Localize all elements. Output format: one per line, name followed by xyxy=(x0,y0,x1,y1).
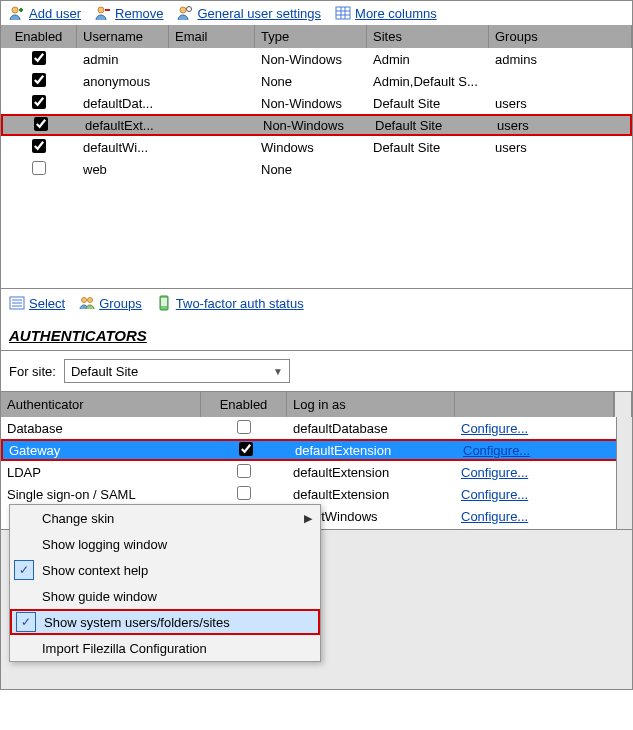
twofa-button[interactable]: Two-factor auth status xyxy=(156,295,304,311)
svg-point-14 xyxy=(88,298,93,303)
table-row[interactable]: defaultExt...Non-WindowsDefault Siteuser… xyxy=(1,114,632,136)
check-icon: ✓ xyxy=(16,612,36,632)
auth-enabled-checkbox[interactable] xyxy=(237,420,251,434)
remove-button[interactable]: Remove xyxy=(95,5,163,21)
svg-point-2 xyxy=(180,7,186,13)
users-group-icon xyxy=(79,295,95,311)
table-row[interactable]: webNone xyxy=(1,158,632,180)
table-row[interactable]: defaultWi...WindowsDefault Siteusers xyxy=(1,136,632,158)
scrollbar[interactable] xyxy=(616,417,632,529)
cell-username: web xyxy=(77,160,169,179)
for-site-select[interactable]: Default Site ▼ xyxy=(64,359,290,383)
svg-point-3 xyxy=(187,7,192,12)
chevron-down-icon: ▼ xyxy=(273,366,283,377)
acol-configure xyxy=(455,392,614,417)
cell-email xyxy=(169,145,255,149)
select-button[interactable]: Select xyxy=(9,295,65,311)
more-columns-button[interactable]: More columns xyxy=(335,5,437,21)
svg-rect-16 xyxy=(161,298,167,306)
menu-item[interactable]: ✓Show system users/folders/sites xyxy=(10,609,320,635)
table-row[interactable]: adminNon-WindowsAdminadmins xyxy=(1,48,632,70)
cell-login-as: defaultDatabase xyxy=(287,419,455,438)
col-email[interactable]: Email xyxy=(169,25,255,48)
user-gear-icon xyxy=(177,5,193,21)
columns-icon xyxy=(335,5,351,21)
table-row[interactable]: LDAPdefaultExtensionConfigure... xyxy=(1,461,632,483)
cell-auth-name: Single sign-on / SAML xyxy=(1,485,201,504)
menu-item[interactable]: Change skin▶ xyxy=(10,505,320,531)
table-row[interactable]: anonymousNoneAdmin,Default S... xyxy=(1,70,632,92)
for-site-label: For site: xyxy=(9,364,56,379)
check-icon xyxy=(14,586,34,606)
top-toolbar: Add user Remove General user settings Mo… xyxy=(1,1,632,25)
enabled-checkbox[interactable] xyxy=(32,139,46,153)
acol-authenticator[interactable]: Authenticator xyxy=(1,392,201,417)
enabled-checkbox[interactable] xyxy=(34,117,48,131)
configure-link[interactable]: Configure... xyxy=(461,465,528,480)
menu-item-label: Show system users/folders/sites xyxy=(44,615,230,630)
col-username[interactable]: Username xyxy=(77,25,169,48)
configure-link[interactable]: Configure... xyxy=(461,421,528,436)
cell-groups: admins xyxy=(489,50,632,69)
menu-item[interactable]: ✓Show context help xyxy=(10,557,320,583)
cell-auth-name: Database xyxy=(1,419,201,438)
add-user-label: Add user xyxy=(29,6,81,21)
cell-username: defaultWi... xyxy=(77,138,169,157)
scroll-stub-head xyxy=(614,392,632,417)
user-plus-icon xyxy=(9,5,25,21)
menu-item[interactable]: Show guide window xyxy=(10,583,320,609)
col-type[interactable]: Type xyxy=(255,25,367,48)
enabled-checkbox[interactable] xyxy=(32,161,46,175)
cell-sites: Default Site xyxy=(369,116,491,135)
general-settings-button[interactable]: General user settings xyxy=(177,5,321,21)
auth-enabled-checkbox[interactable] xyxy=(237,464,251,478)
for-site-row: For site: Default Site ▼ xyxy=(1,351,632,391)
menu-item[interactable]: Import Filezilla Configuration xyxy=(10,635,320,661)
phone-icon xyxy=(156,295,172,311)
svg-rect-4 xyxy=(336,7,350,19)
general-settings-label: General user settings xyxy=(197,6,321,21)
cell-email xyxy=(169,79,255,83)
for-site-value: Default Site xyxy=(71,364,138,379)
groups-button[interactable]: Groups xyxy=(79,295,142,311)
configure-link[interactable]: Configure... xyxy=(463,443,530,458)
configure-link[interactable]: Configure... xyxy=(461,487,528,502)
col-groups[interactable]: Groups xyxy=(489,25,632,48)
menu-item-label: Change skin xyxy=(42,511,114,526)
cell-groups: users xyxy=(489,138,632,157)
table-row[interactable]: defaultDat...Non-WindowsDefault Siteuser… xyxy=(1,92,632,114)
cell-sites: Default Site xyxy=(367,138,489,157)
check-icon xyxy=(14,508,34,528)
check-icon xyxy=(14,638,34,658)
col-enabled[interactable]: Enabled xyxy=(1,25,77,48)
auth-enabled-checkbox[interactable] xyxy=(239,442,253,456)
check-icon: ✓ xyxy=(14,560,34,580)
menu-item-label: Show guide window xyxy=(42,589,157,604)
cell-type: None xyxy=(255,72,367,91)
cell-username: defaultDat... xyxy=(77,94,169,113)
menu-item[interactable]: Show logging window xyxy=(10,531,320,557)
acol-login-as[interactable]: Log in as xyxy=(287,392,455,417)
table-row[interactable]: DatabasedefaultDatabaseConfigure... xyxy=(1,417,632,439)
cell-sites xyxy=(367,167,489,171)
table-row[interactable]: Single sign-on / SAMLdefaultExtensionCon… xyxy=(1,483,632,505)
acol-enabled[interactable]: Enabled xyxy=(201,392,287,417)
cell-sites: Default Site xyxy=(367,94,489,113)
add-user-button[interactable]: Add user xyxy=(9,5,81,21)
cell-groups xyxy=(489,79,632,83)
enabled-checkbox[interactable] xyxy=(32,51,46,65)
svg-point-1 xyxy=(98,7,104,13)
menu-item-label: Show logging window xyxy=(42,537,167,552)
auth-enabled-checkbox[interactable] xyxy=(237,486,251,500)
enabled-checkbox[interactable] xyxy=(32,73,46,87)
cell-groups: users xyxy=(491,116,630,135)
enabled-checkbox[interactable] xyxy=(32,95,46,109)
more-columns-label: More columns xyxy=(355,6,437,21)
cell-auth-name: Gateway xyxy=(3,441,203,460)
col-sites[interactable]: Sites xyxy=(367,25,489,48)
table-row[interactable]: GatewaydefaultExtensionConfigure... xyxy=(1,439,632,461)
cell-type: Non-Windows xyxy=(257,116,369,135)
configure-link[interactable]: Configure... xyxy=(461,509,528,524)
bottom-area: Change skin▶Show logging window✓Show con… xyxy=(1,529,632,689)
cell-groups xyxy=(489,167,632,171)
